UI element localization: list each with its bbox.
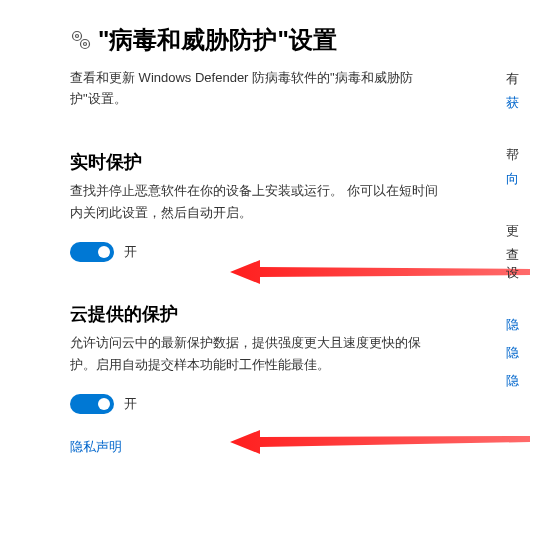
cloud-desc: 允许访问云中的最新保护数据，提供强度更大且速度更快的保护。启用自动提交样本功能时… — [70, 332, 440, 376]
right-link[interactable]: 隐 — [506, 316, 536, 334]
privacy-statement-link[interactable]: 隐私声明 — [70, 438, 460, 456]
section-realtime-protection: 实时保护 查找并停止恶意软件在你的设备上安装或运行。 你可以在短时间内关闭此设置… — [70, 150, 460, 262]
cloud-toggle[interactable] — [70, 394, 114, 414]
realtime-desc: 查找并停止恶意软件在你的设备上安装或运行。 你可以在短时间内关闭此设置，然后自动… — [70, 180, 440, 224]
svg-point-0 — [73, 32, 82, 41]
right-text: 有 — [506, 70, 536, 88]
toggle-knob — [98, 398, 110, 410]
right-link[interactable]: 隐 — [506, 372, 536, 390]
realtime-toggle-label: 开 — [124, 243, 137, 261]
right-text: 帮 — [506, 146, 536, 164]
right-sidebar-fragment: 有 获 帮 向 更 查 设 隐 隐 隐 — [506, 70, 536, 390]
svg-marker-4 — [230, 260, 530, 284]
section-cloud-protection: 云提供的保护 允许访问云中的最新保护数据，提供强度更大且速度更快的保护。启用自动… — [70, 302, 460, 456]
svg-point-3 — [84, 43, 87, 46]
right-text: 查 — [506, 246, 536, 264]
svg-point-2 — [81, 40, 90, 49]
settings-gear-icon — [70, 29, 92, 51]
realtime-title: 实时保护 — [70, 150, 460, 174]
cloud-toggle-label: 开 — [124, 395, 137, 413]
toggle-knob — [98, 246, 110, 258]
right-link[interactable]: 隐 — [506, 344, 536, 362]
page-header: "病毒和威胁防护"设置 — [70, 24, 460, 56]
page-summary: 查看和更新 Windows Defender 防病毒软件的"病毒和威胁防护"设置… — [70, 68, 440, 110]
cloud-title: 云提供的保护 — [70, 302, 460, 326]
right-link[interactable]: 向 — [506, 170, 536, 188]
svg-point-1 — [76, 35, 79, 38]
right-text: 设 — [506, 264, 536, 282]
realtime-toggle[interactable] — [70, 242, 114, 262]
right-link[interactable]: 获 — [506, 94, 536, 112]
page-title: "病毒和威胁防护"设置 — [98, 24, 337, 56]
right-text: 更 — [506, 222, 536, 240]
